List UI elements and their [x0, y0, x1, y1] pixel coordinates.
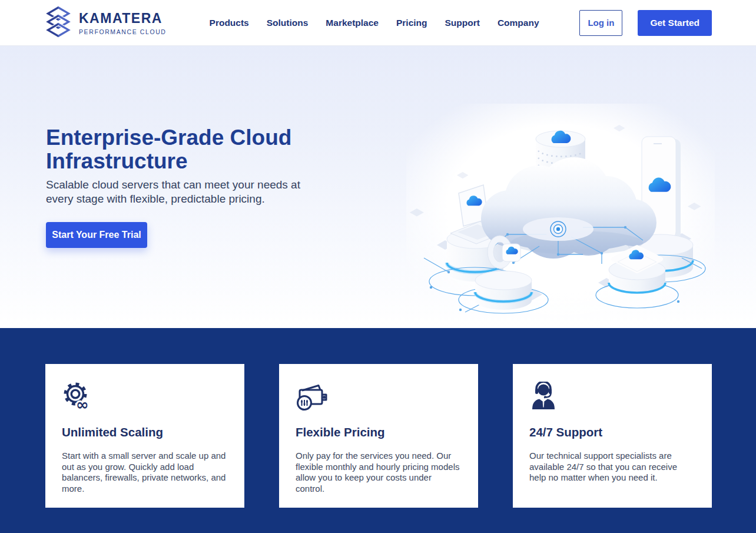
nav-item-company[interactable]: Company [498, 18, 539, 28]
site-header: KAMATERA PERFORMANCE CLOUD Products Solu… [0, 0, 756, 46]
logo-subtitle: PERFORMANCE CLOUD [79, 28, 167, 35]
feature-card-support: 24/7 Support Our technical support speci… [513, 364, 712, 508]
main-nav: Products Solutions Marketplace Pricing S… [210, 18, 539, 28]
get-started-button[interactable]: Get Started [638, 10, 712, 36]
hero-subtitle: Scalable cloud servers that can meet you… [46, 178, 317, 206]
kamatera-logo[interactable]: KAMATERA PERFORMANCE CLOUD [45, 5, 167, 41]
support-agent-icon [529, 382, 695, 411]
nav-item-products[interactable]: Products [210, 18, 249, 28]
start-free-trial-button[interactable]: Start Your Free Trial [46, 222, 147, 248]
logo-title: KAMATERA [79, 11, 167, 27]
nav-item-pricing[interactable]: Pricing [396, 18, 427, 28]
hero-title: Enterprise-Grade Cloud Infrastructure [46, 126, 311, 173]
card-body: Only pay for the services you need. Our … [296, 451, 462, 494]
card-title: 24/7 Support [529, 425, 695, 439]
nav-item-marketplace[interactable]: Marketplace [326, 18, 379, 28]
kamatera-logo-icon [45, 5, 72, 41]
nav-item-support[interactable]: Support [445, 18, 480, 28]
features-section: ∞ Unlimited Scaling Start with a small s… [0, 328, 756, 533]
svg-text:∞: ∞ [76, 396, 89, 411]
card-body: Start with a small server and scale up a… [62, 451, 228, 494]
hero-section: Enterprise-Grade Cloud Infrastructure Sc… [0, 46, 756, 328]
hero-illustration [406, 104, 715, 323]
gear-infinity-icon: ∞ [62, 382, 228, 411]
feature-card-flexible-pricing: Flexible Pricing Only pay for the servic… [279, 364, 478, 508]
feature-card-unlimited-scaling: ∞ Unlimited Scaling Start with a small s… [45, 364, 244, 508]
card-title: Unlimited Scaling [62, 425, 228, 439]
nav-item-solutions[interactable]: Solutions [267, 18, 309, 28]
card-title: Flexible Pricing [296, 425, 462, 439]
card-body: Our technical support specialists are av… [529, 451, 695, 484]
login-button[interactable]: Log in [579, 10, 622, 36]
wallet-icon [296, 382, 462, 411]
